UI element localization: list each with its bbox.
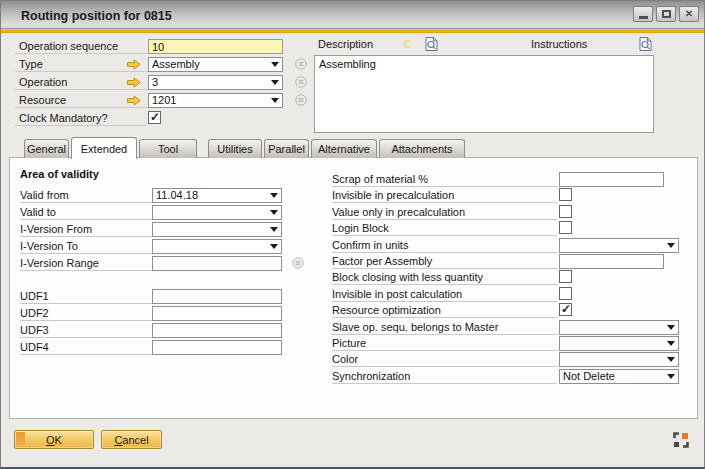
udf2-input[interactable] (152, 306, 282, 321)
chevron-down-icon (271, 98, 279, 103)
cancel-button[interactable]: Cancel (101, 430, 162, 449)
window-title: Routing position for 0815 (21, 1, 172, 29)
invisible-postcalc-label: Invisible in post calculation (332, 286, 557, 302)
expand-form-icon[interactable] (673, 432, 689, 448)
valid-from-select[interactable]: 11.04.18 (152, 188, 282, 203)
section-title: Area of validity (20, 168, 99, 180)
tab-attachments[interactable]: Attachments (379, 139, 465, 158)
description-textarea[interactable]: Assembling (314, 55, 654, 133)
block-closing-checkbox[interactable] (559, 270, 572, 283)
validity-group: Valid from 11.04.18 Valid to I-Version F… (20, 187, 320, 272)
detail-list-icon[interactable] (295, 58, 307, 70)
field-row-block-closing: Block closing with less quantity (332, 269, 692, 285)
resource-optimization-checkbox[interactable] (559, 303, 572, 316)
udf3-input[interactable] (152, 323, 282, 338)
field-row-scrap: Scrap of material % (332, 171, 692, 187)
valid-from-label: Valid from (20, 187, 152, 203)
value-only-precalc-checkbox[interactable] (559, 205, 572, 218)
type-select-value: Assembly (152, 58, 200, 70)
field-row-operation-sequence: Operation sequence C (15, 38, 315, 56)
invisible-precalc-checkbox[interactable] (559, 188, 572, 201)
confirm-units-select[interactable] (559, 238, 679, 253)
field-row-udf2: UDF2 (20, 305, 320, 322)
field-row-udf1: UDF1 (20, 288, 320, 305)
tab-alternative[interactable]: Alternative (311, 139, 377, 158)
iversion-to-select[interactable] (152, 239, 282, 254)
operation-sequence-input[interactable] (148, 39, 283, 54)
udf2-label: UDF2 (20, 305, 152, 321)
clock-mandatory-checkbox[interactable] (148, 111, 161, 124)
field-row-login-block: Login Block (332, 220, 692, 236)
field-row-factor-assembly: Factor per Assembly (332, 253, 692, 269)
field-row-value-only-precalc: Value only in precalculation (332, 204, 692, 220)
field-row-udf4: UDF4 (20, 339, 320, 356)
udf1-input[interactable] (152, 289, 282, 304)
description-preview-icon[interactable] (425, 37, 438, 51)
tab-tool[interactable]: Tool (139, 139, 197, 158)
chevron-down-icon (667, 243, 675, 248)
synchronization-select[interactable]: Not Delete (559, 369, 679, 384)
instructions-preview-icon[interactable] (639, 37, 652, 51)
field-row-slave-master: Slave op. sequ. belongs to Master (332, 319, 692, 335)
operation-select-value: 3 (152, 76, 158, 88)
invisible-postcalc-checkbox[interactable] (559, 287, 572, 300)
field-row-valid-from: Valid from 11.04.18 (20, 187, 320, 204)
accent-stripe (1, 29, 704, 33)
invisible-precalc-label: Invisible in precalculation (332, 187, 557, 203)
resource-optimization-label: Resource optimization (332, 302, 557, 318)
ok-button[interactable]: OK (14, 430, 94, 449)
clock-mandatory-label: Clock Mandatory? (15, 110, 148, 126)
scrap-input[interactable] (559, 172, 664, 187)
field-row-type: Type Assembly (15, 56, 315, 74)
tab-parallel[interactable]: Parallel (264, 139, 309, 158)
resource-select[interactable]: 1201 (148, 93, 283, 108)
login-block-label: Login Block (332, 220, 557, 236)
tab-utilities[interactable]: Utilities (208, 139, 262, 158)
dialog-window: Routing position for 0815 ✕ Operation se… (0, 0, 705, 469)
factor-assembly-input[interactable] (559, 254, 664, 269)
options-group: Scrap of material % Invisible in precalc… (332, 171, 692, 384)
udf4-label: UDF4 (20, 339, 152, 355)
iversion-from-select[interactable] (152, 222, 282, 237)
login-block-checkbox[interactable] (559, 221, 572, 234)
slave-master-label: Slave op. sequ. belongs to Master (332, 319, 557, 335)
detail-list-icon[interactable] (295, 76, 307, 88)
link-arrow-icon[interactable] (127, 95, 141, 106)
chevron-down-icon (270, 210, 278, 215)
minimize-button[interactable] (633, 6, 653, 22)
color-select[interactable] (559, 352, 679, 367)
maximize-button[interactable] (656, 6, 676, 22)
udf4-input[interactable] (152, 340, 282, 355)
picture-select[interactable] (559, 336, 679, 351)
operation-select[interactable]: 3 (148, 75, 283, 90)
valid-to-select[interactable] (152, 205, 282, 220)
chevron-down-icon (270, 227, 278, 232)
type-select[interactable]: Assembly (148, 57, 283, 72)
description-label: Description (318, 38, 373, 50)
field-row-clock-mandatory: Clock Mandatory? C (15, 110, 315, 128)
iversion-range-input[interactable] (152, 256, 282, 271)
value-only-precalc-label: Value only in precalculation (332, 204, 557, 220)
close-button[interactable]: ✕ (679, 6, 699, 22)
slave-master-select[interactable] (559, 320, 679, 335)
chevron-down-icon (271, 80, 279, 85)
link-arrow-icon[interactable] (127, 77, 141, 88)
chevron-down-icon (667, 357, 675, 362)
titlebar[interactable]: Routing position for 0815 ✕ (1, 1, 704, 29)
link-arrow-icon[interactable] (127, 59, 141, 70)
instructions-label: Instructions (531, 38, 587, 50)
chevron-down-icon (667, 341, 675, 346)
header-form: Operation sequence C Type Assembly Opera… (15, 38, 315, 128)
window-controls: ✕ (633, 6, 699, 22)
minimize-icon (639, 16, 648, 19)
tab-general[interactable]: General (24, 139, 69, 158)
field-row-udf3: UDF3 (20, 322, 320, 339)
valid-to-label: Valid to (20, 204, 152, 220)
close-icon: ✕ (685, 9, 693, 19)
field-row-iversion-from: I-Version From (20, 221, 320, 238)
iversion-range-label: I-Version Range (20, 255, 152, 271)
detail-list-icon[interactable] (292, 257, 304, 269)
detail-list-icon[interactable] (295, 94, 307, 106)
tab-extended[interactable]: Extended (71, 137, 137, 159)
chevron-down-icon (270, 244, 278, 249)
